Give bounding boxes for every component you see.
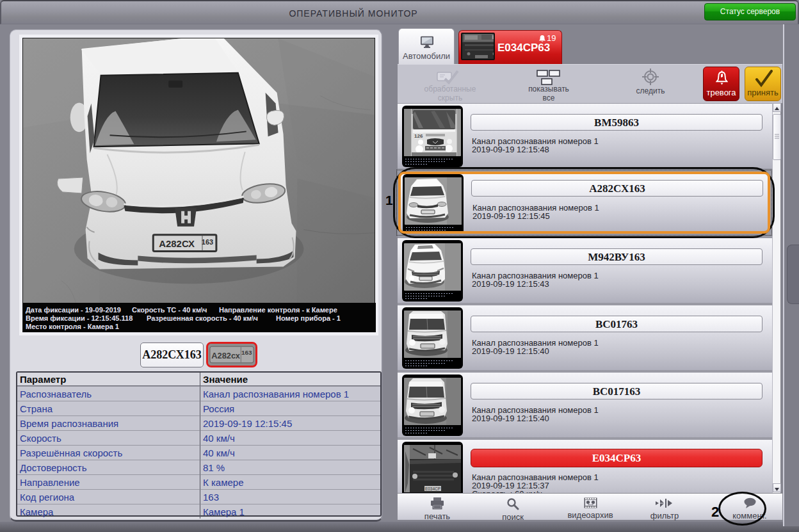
- svg-text:А282СХ: А282СХ: [159, 238, 195, 249]
- svg-text:163: 163: [241, 349, 252, 356]
- svg-text:Е034СР: Е034СР: [425, 487, 440, 491]
- svg-text:163: 163: [202, 238, 213, 246]
- svg-text:А282сх: А282сх: [211, 351, 241, 360]
- svg-text:126: 126: [414, 133, 423, 139]
